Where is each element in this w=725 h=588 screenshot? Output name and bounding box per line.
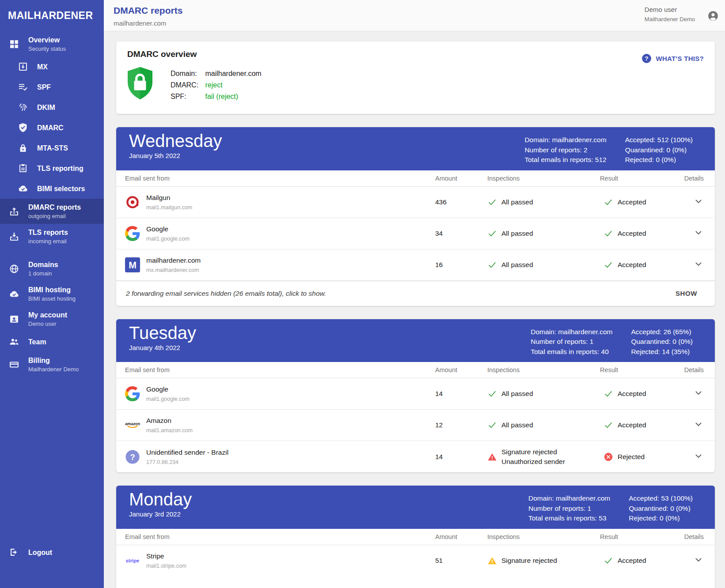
report-row-mailgun[interactable]: Mailgun mail1.mailgun.com 436 All passed… <box>116 187 715 218</box>
sidebar-item-mx[interactable]: MX <box>0 57 104 77</box>
report-row-mailhardener-com[interactable]: M mailhardener.com mx.mailhardener.com 1… <box>116 249 715 281</box>
day-title: Monday <box>129 489 192 509</box>
inspection-text: All passed <box>501 420 533 430</box>
result-cell: Accepted <box>600 556 684 565</box>
sidebar-item-label: SPF <box>37 83 51 91</box>
result-cell: Accepted <box>600 229 684 238</box>
details-cell <box>684 451 704 463</box>
sidebar-item-text: SPF <box>37 83 51 91</box>
result-text: Accepted <box>618 557 646 565</box>
chevron-down-icon[interactable] <box>693 554 704 565</box>
report-row-google[interactable]: Google mail1.google.com 14 All passed Ac… <box>116 378 715 410</box>
inspections-cell: All passed <box>487 197 600 207</box>
sidebar-item-overview[interactable]: Overview Security status <box>0 31 104 57</box>
inspection-text: All passed <box>501 197 533 207</box>
google-logo <box>125 226 140 241</box>
inspections-cell: All passed <box>487 389 600 399</box>
column-header-from: Email sent from <box>125 533 435 540</box>
sidebar-item-domains[interactable]: Domains 1 domain <box>0 256 104 281</box>
sidebar-item-dmarc-reports[interactable]: DMARC reports outgoing email <box>0 199 104 224</box>
sidebar-item-text: DKIM <box>37 103 55 112</box>
sender-domain: mail1.amazon.com <box>146 427 193 433</box>
logout-icon <box>9 547 19 558</box>
sidebar-item-sublabel: BIMI asset hosting <box>28 295 76 302</box>
team-people-icon <box>9 336 19 347</box>
google-logo <box>125 386 140 401</box>
sidebar-item-text: Billing Mailhardener Demo <box>28 356 79 373</box>
check-icon <box>604 556 613 565</box>
sidebar-item-bimi-selectors[interactable]: BIMI selectors <box>0 178 104 199</box>
stripe-logo: stripe <box>125 553 140 568</box>
sidebar-item-label: MX <box>37 63 48 71</box>
domains-globe-icon <box>9 264 19 274</box>
sidebar-item-sublabel: Demo user <box>28 320 67 327</box>
sidebar-item-label: BIMI selectors <box>37 185 85 193</box>
sidebar-item-text: MTA-STS <box>37 144 68 152</box>
inspections-cell: Signature rejected <box>487 556 600 565</box>
result-text: Accepted <box>618 198 646 206</box>
sidebar-item-bimi-hosting[interactable]: BIMI hosting BIMI asset hosting <box>0 281 104 306</box>
inspections-cell: Signature rejectedUnauthorized sender <box>487 447 600 467</box>
day-stat: Accepted: 26 (65%) <box>631 327 693 337</box>
chevron-down-icon[interactable] <box>693 259 704 269</box>
sidebar-item-mta-sts[interactable]: MTA-STS <box>0 138 104 158</box>
report-row-unidentified-sender-brazil[interactable]: ? Unidentified sender - Brazil 177.0.86.… <box>116 441 715 472</box>
warning-yellow-icon <box>487 556 497 565</box>
table-header-row: Email sent from Amount Inspections Resul… <box>116 529 715 545</box>
chevron-down-icon[interactable] <box>693 388 704 398</box>
chevron-down-icon[interactable] <box>693 196 704 207</box>
column-header-amount: Amount <box>435 175 487 182</box>
hidden-services-row[interactable]: 2 forwarding email services hidden (26 e… <box>116 281 715 306</box>
result-text: Accepted <box>618 390 646 398</box>
overview-title: DMARC overview <box>127 49 704 59</box>
svg-text:amazon: amazon <box>125 422 140 426</box>
column-header-inspections: Inspections <box>487 175 600 182</box>
result-text: Accepted <box>618 261 646 269</box>
sidebar-item-text: My account Demo user <box>28 311 67 327</box>
details-cell <box>684 259 704 271</box>
user-menu[interactable]: Demo user Mailhardener Demo <box>645 6 695 23</box>
day-stats-column: Domain: mailhardener.comNumber of report… <box>531 327 612 357</box>
sidebar-item-tls-reporting[interactable]: TLS reporting <box>0 158 104 178</box>
day-stat: Accepted: 53 (100%) <box>629 494 693 504</box>
sidebar-item-team[interactable]: Team <box>0 332 104 352</box>
show-button[interactable]: SHOW <box>676 290 697 297</box>
column-header-result: Result <box>600 533 684 540</box>
report-row-amazon[interactable]: amazon Amazon mail1.amazon.com 12 All pa… <box>116 410 715 441</box>
mta-sts-lock-icon <box>18 143 28 153</box>
overview-status-rows: Domain: mailhardener.com DMARC: reject S… <box>171 66 262 102</box>
chevron-down-icon[interactable] <box>693 451 704 461</box>
sidebar-item-logout[interactable]: Logout <box>0 542 104 562</box>
table-header-row: Email sent from Amount Inspections Resul… <box>116 362 715 378</box>
sidebar-item-label: DMARC reports <box>28 203 81 211</box>
chevron-down-icon[interactable] <box>693 227 704 238</box>
report-row-google[interactable]: Google mail1.google.com 34 All passed Ac… <box>116 218 715 249</box>
sidebar-item-spf[interactable]: SPF <box>0 77 104 97</box>
chevron-down-icon[interactable] <box>693 419 704 430</box>
overview-row-label: DMARC: <box>171 79 203 91</box>
sidebar-item-sublabel: Security status <box>28 45 66 52</box>
page-title: DMARC reports <box>114 5 182 16</box>
day-title: Tuesday <box>129 323 196 343</box>
sender-domain: 177.0.86.234 <box>146 459 228 465</box>
account-badge-icon <box>9 314 19 324</box>
check-icon <box>487 260 497 270</box>
sidebar-item-billing[interactable]: Billing Mailhardener Demo <box>0 352 104 377</box>
day-card-monday: Monday January 3rd 2022 Domain: mailhard… <box>116 486 715 588</box>
sidebar-item-my-account[interactable]: My account Demo user <box>0 306 104 332</box>
sidebar-item-tls-reports[interactable]: TLS reports incoming email <box>0 224 104 249</box>
day-stats-column: Accepted: 26 (65%)Quarantined: 0 (0%)Rej… <box>631 327 693 357</box>
amazon-logo: amazon <box>125 418 140 433</box>
inspection-text: Signature rejected <box>501 556 557 565</box>
hidden-services-text: 2 forwarding email services hidden (26 e… <box>126 290 326 298</box>
report-row-stripe[interactable]: stripe Stripe mail1.stripe.com 51 Signat… <box>116 545 715 577</box>
day-stats: Domain: mailhardener.comNumber of report… <box>524 131 693 165</box>
sidebar-item-dmarc[interactable]: DMARC <box>0 117 104 138</box>
column-header-from: Email sent from <box>125 175 435 182</box>
cross-icon <box>604 452 613 462</box>
avatar-icon[interactable] <box>707 10 719 22</box>
unknown-sender-icon: ? <box>125 449 140 464</box>
whats-this-link[interactable]: ? WHAT'S THIS? <box>641 53 704 64</box>
sidebar-item-dkim[interactable]: DKIM <box>0 97 104 117</box>
day-stat: Domain: mailhardener.com <box>531 327 612 337</box>
